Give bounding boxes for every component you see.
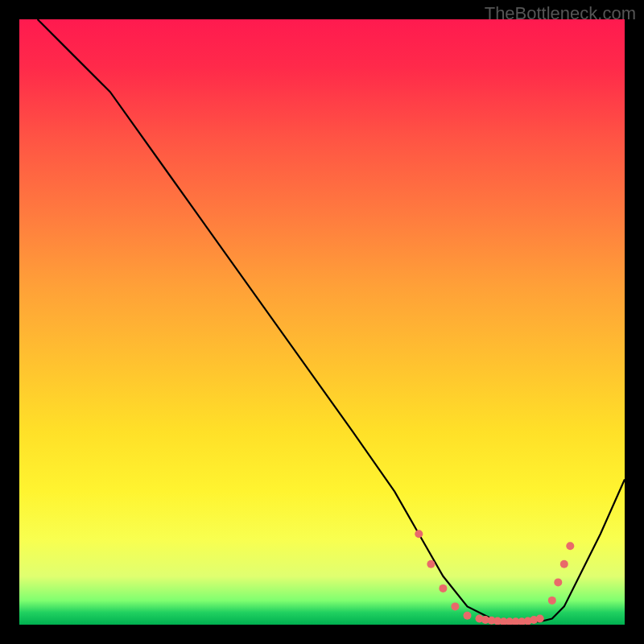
marker-dot bbox=[536, 615, 544, 623]
marker-dot bbox=[464, 612, 472, 620]
marker-dot bbox=[554, 578, 562, 586]
marker-dot bbox=[415, 530, 423, 538]
marker-dot bbox=[566, 542, 574, 550]
watermark-text: TheBottleneck.com bbox=[485, 3, 636, 24]
chart-svg bbox=[19, 19, 625, 625]
chart-container: TheBottleneck.com bbox=[0, 0, 644, 644]
marker-dot bbox=[439, 584, 447, 592]
curve-line bbox=[38, 19, 625, 621]
plot-area bbox=[19, 19, 625, 625]
marker-dot bbox=[427, 560, 435, 568]
marker-dot bbox=[451, 602, 459, 610]
marker-dots bbox=[415, 530, 574, 625]
marker-dot bbox=[560, 560, 568, 568]
marker-dot bbox=[548, 597, 556, 605]
